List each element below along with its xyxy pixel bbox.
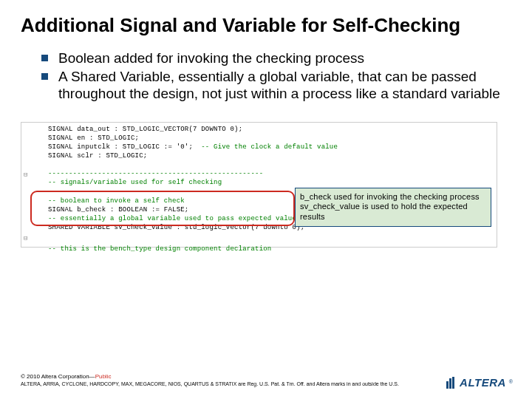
altera-logo: ALTERA ®	[446, 376, 513, 389]
bullet-icon	[41, 73, 48, 80]
code-snippet: SIGNAL data_out : STD_LOGIC_VECTOR(7 DOW…	[21, 122, 497, 248]
code-line: SIGNAL inputclk : STD_LOGIC := '0'; -- G…	[26, 143, 492, 151]
fold-icon: ⊟	[24, 234, 28, 243]
registered-icon: ®	[509, 379, 513, 384]
bullet-icon	[41, 55, 48, 61]
code-line: SIGNAL data_out : STD_LOGIC_VECTOR(7 DOW…	[26, 125, 492, 134]
slide-title: Additional Signal and Variable for Self-…	[21, 15, 511, 36]
bullet-list: Boolean added for invoking the checking …	[21, 50, 511, 103]
callout-line: sv_check_value is used to hold the expec…	[300, 202, 486, 222]
code-line: SIGNAL sclr : STD_LOGIC;	[26, 151, 492, 160]
callout-line: b_check used for invoking the checking p…	[300, 192, 486, 202]
callout-box: b_check used for invoking the checking p…	[295, 188, 491, 227]
slide: Additional Signal and Variable for Self-…	[0, 0, 532, 248]
legal-text: ALTERA, ARRIA, CYCLONE, HARDCOPY, MAX, M…	[21, 381, 420, 387]
bullet-item: A Shared Variable, essentially a global …	[41, 68, 511, 102]
bullet-text: A Shared Variable, essentially a global …	[58, 68, 511, 102]
bullet-item: Boolean added for invoking the checking …	[41, 50, 511, 66]
fold-icon: ⊟	[24, 171, 28, 180]
copyright: © 2010 Altera Corporation—Public	[21, 373, 420, 380]
footer: © 2010 Altera Corporation—Public ALTERA,…	[21, 373, 420, 387]
bullet-text: Boolean added for invoking the checking …	[58, 50, 364, 66]
code-blank	[26, 236, 492, 245]
code-comment: -- this is the bench_type design compone…	[26, 245, 492, 253]
logo-wordmark: ALTERA	[460, 376, 506, 389]
code-comment: -- signals/variable used for self checki…	[26, 178, 492, 187]
code-line: SIGNAL en : STD_LOGIC;	[26, 134, 492, 143]
code-separator: ----------------------------------------…	[26, 169, 492, 178]
logo-mark-icon	[446, 377, 454, 389]
code-blank	[26, 160, 492, 169]
